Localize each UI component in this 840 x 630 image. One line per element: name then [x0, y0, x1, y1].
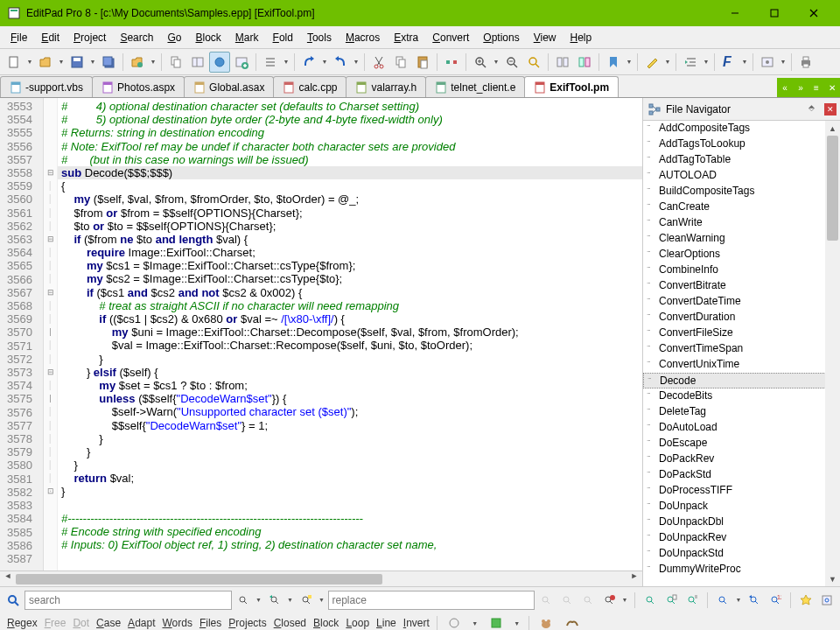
menu-fold[interactable]: Fold: [266, 30, 300, 46]
options-button[interactable]: [757, 52, 778, 73]
nav-item-decode[interactable]: Decode: [643, 373, 840, 388]
pet-icon-1[interactable]: [536, 613, 556, 630]
nav-item-combineinfo[interactable]: CombineInfo: [643, 262, 840, 278]
bookmark-dropdown[interactable]: ▼: [625, 59, 634, 65]
nav-item-dounpackdbl[interactable]: DoUnpackDbl: [643, 514, 840, 530]
find-button[interactable]: [523, 52, 544, 73]
nav-item-convertduration[interactable]: ConvertDuration: [643, 310, 840, 326]
instant-dropdown[interactable]: ▼: [734, 597, 743, 603]
replace-button-3[interactable]: [578, 591, 598, 610]
zoom-in-button[interactable]: [470, 52, 491, 73]
code-editor[interactable]: 3553355435553556355735583559356035613562…: [0, 98, 642, 570]
search-highlight-dropdown[interactable]: ▼: [318, 597, 326, 603]
menu-mark[interactable]: Mark: [228, 30, 266, 46]
find-files-button[interactable]: [662, 591, 681, 610]
tab-prev-button[interactable]: «: [777, 80, 793, 95]
tab--support-vbs[interactable]: -support.vbs: [0, 76, 93, 97]
instant-next-button[interactable]: [713, 591, 732, 610]
search-prev-button[interactable]: [265, 591, 284, 610]
indent-button[interactable]: [680, 52, 701, 73]
tab-photos-aspx[interactable]: Photos.aspx: [92, 76, 185, 97]
tab-global-asax[interactable]: Global.asax: [184, 76, 274, 97]
option-adapt[interactable]: Adapt: [128, 617, 155, 629]
add-button[interactable]: [231, 52, 252, 73]
replace-button-1[interactable]: [536, 591, 556, 610]
open-file-button[interactable]: [35, 52, 56, 73]
paste-button[interactable]: [412, 52, 433, 73]
tab-list-button[interactable]: ≡: [808, 80, 824, 95]
navigator-list[interactable]: AddCompositeTagsAddTagsToLookupAddTagToT…: [643, 121, 840, 586]
history-button[interactable]: [817, 591, 836, 610]
highlight-button[interactable]: [641, 52, 662, 73]
nav-item-buildcompositetags[interactable]: BuildCompositeTags: [643, 184, 840, 200]
navigator-scrollbar[interactable]: ▲ ▼: [825, 121, 840, 586]
search-next-button[interactable]: [234, 591, 253, 610]
option-closed[interactable]: Closed: [274, 617, 306, 629]
nav-item-addtagtotable[interactable]: AddTagToTable: [643, 152, 840, 168]
font-button[interactable]: F: [718, 52, 739, 73]
save-button[interactable]: [66, 52, 88, 73]
copy-clipboard-button[interactable]: [390, 52, 411, 73]
nav-item-dounpack[interactable]: DoUnpack: [643, 499, 840, 514]
fold-gutter[interactable]: ⊟││││⊟│││⊟││|││⊟│|││││││⊡: [44, 98, 58, 570]
nav-item-dounpackstd[interactable]: DoUnpackStd: [643, 546, 840, 562]
redo-button[interactable]: [330, 52, 351, 73]
nav-item-clearoptions[interactable]: ClearOptions: [643, 247, 840, 262]
menu-edit[interactable]: Edit: [34, 30, 66, 46]
minimize-button[interactable]: [715, 0, 754, 26]
menu-macros[interactable]: Macros: [339, 30, 387, 46]
option-regex[interactable]: Regex: [7, 617, 38, 629]
redo-dropdown[interactable]: ▼: [352, 59, 360, 65]
replace-input[interactable]: [328, 591, 536, 610]
nav-item-doescape[interactable]: DoEscape: [643, 436, 840, 452]
search-icon[interactable]: [4, 591, 23, 610]
nav-item-cancreate[interactable]: CanCreate: [643, 200, 840, 215]
undo-button[interactable]: [298, 52, 319, 73]
new-file-button[interactable]: [4, 52, 24, 73]
menu-file[interactable]: File: [4, 30, 34, 46]
cut-button[interactable]: [368, 52, 389, 73]
nav-item-convertfilesize[interactable]: ConvertFileSize: [643, 326, 840, 341]
menu-project[interactable]: Project: [66, 30, 113, 46]
tab-calc-cpp[interactable]: calc.cpp: [273, 76, 346, 97]
save-all-button[interactable]: [98, 52, 119, 73]
menu-extra[interactable]: Extra: [387, 30, 425, 46]
nav-item-dopackrev[interactable]: DoPackRev: [643, 452, 840, 467]
undo-dropdown[interactable]: ▼: [320, 59, 329, 65]
maximize-button[interactable]: [754, 0, 794, 26]
nav-item-decodebits[interactable]: DecodeBits: [643, 388, 840, 404]
option-dropdown-1[interactable]: [444, 613, 464, 630]
instant-prev-button[interactable]: [745, 591, 764, 610]
nav-item-addcompositetags[interactable]: AddCompositeTags: [643, 121, 840, 136]
menu-options[interactable]: Options: [476, 30, 526, 46]
copy-button[interactable]: [165, 52, 186, 73]
menu-convert[interactable]: Convert: [425, 30, 476, 46]
scroll-left-button[interactable]: ◄: [0, 571, 16, 587]
replace-button-2[interactable]: [557, 591, 577, 610]
nav-item-addtagstolookup[interactable]: AddTagsToLookup: [643, 136, 840, 152]
compare-button[interactable]: [552, 52, 573, 73]
menu-tools[interactable]: Tools: [300, 30, 339, 46]
close-button[interactable]: [794, 0, 833, 26]
menu-block[interactable]: Block: [189, 30, 228, 46]
option-invert[interactable]: Invert: [403, 617, 430, 629]
font-dropdown[interactable]: ▼: [740, 59, 749, 65]
option-dropdown-2[interactable]: [486, 613, 506, 630]
option-line[interactable]: Line: [376, 617, 396, 629]
search-next-dropdown[interactable]: ▼: [255, 597, 263, 603]
nav-item-autoload[interactable]: AUTOLOAD: [643, 168, 840, 184]
scroll-right-button[interactable]: ►: [626, 571, 642, 587]
options-dropdown[interactable]: ▼: [779, 59, 788, 65]
new-file-dropdown[interactable]: ▼: [25, 59, 34, 65]
list-dropdown[interactable]: ▼: [282, 59, 290, 65]
tab-telnet-client-e[interactable]: telnet_client.e: [425, 76, 525, 97]
option-files[interactable]: Files: [200, 617, 221, 629]
nav-item-doprocesstiff[interactable]: DoProcessTIFF: [643, 483, 840, 499]
code-content[interactable]: # 4) optional destination character set …: [58, 98, 642, 570]
navigator-pin-button[interactable]: ⬘: [808, 103, 821, 116]
nav-item-deletetag[interactable]: DeleteTag: [643, 404, 840, 420]
list-button[interactable]: [260, 52, 281, 73]
bookmark-button[interactable]: [603, 52, 624, 73]
tab-close-button[interactable]: ✕: [824, 80, 840, 95]
count-button[interactable]: 123: [766, 591, 785, 610]
